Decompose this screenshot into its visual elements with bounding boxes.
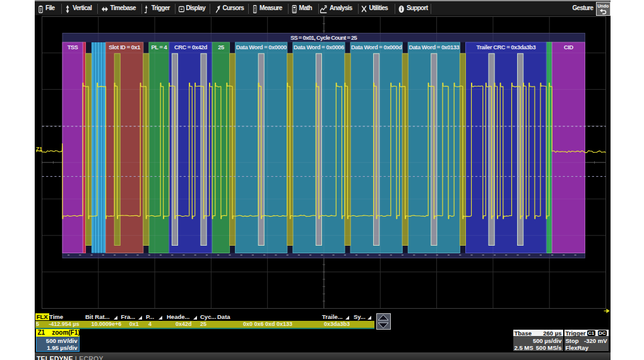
svg-text:25: 25 — [218, 44, 224, 51]
svg-text:PL = 4: PL = 4 — [152, 44, 168, 51]
svg-text:Z1: Z1 — [36, 146, 42, 152]
svg-text:Data Word = 0x0133: Data Word = 0x0133 — [408, 44, 459, 51]
svg-text:TSS: TSS — [68, 44, 78, 51]
svg-text:CRC = 0x42d: CRC = 0x42d — [174, 44, 208, 51]
svg-text:Data Word = 0x0006: Data Word = 0x0006 — [294, 44, 344, 51]
svg-text:Trailer CRC = 0x3da3b3: Trailer CRC = 0x3da3b3 — [476, 44, 535, 51]
svg-text:CID: CID — [564, 44, 573, 51]
svg-text:Data Word = 0x000d: Data Word = 0x000d — [351, 44, 402, 51]
svg-text:Slot ID = 0x1: Slot ID = 0x1 — [109, 44, 140, 51]
svg-text:Data Word = 0x0000: Data Word = 0x0000 — [236, 44, 287, 51]
